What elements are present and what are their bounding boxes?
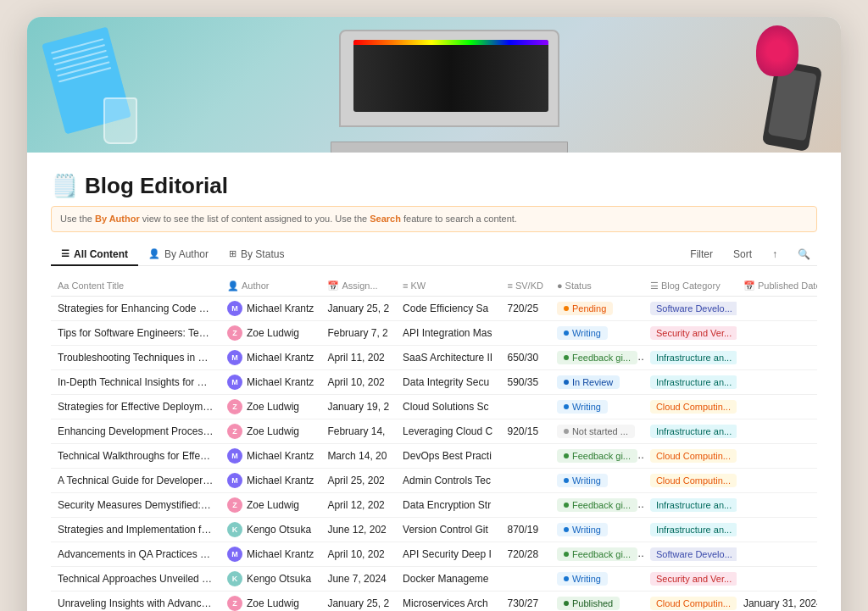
cell-status: In Review	[550, 369, 643, 394]
cell-svkd: 720/28	[500, 542, 549, 566]
category-badge: Cloud Computin...	[650, 449, 737, 463]
cell-title: Tips for Software Engineers: Technical V	[51, 320, 220, 345]
cell-assign: February 7, 2	[320, 320, 396, 345]
search-button[interactable]: 🔍	[791, 246, 817, 263]
avatar: M	[227, 473, 242, 488]
author-name: Zoe Ludwig	[247, 597, 299, 609]
cell-svkd	[500, 492, 549, 517]
cell-assign: June 12, 202	[320, 517, 396, 542]
cell-status: Writing	[550, 394, 643, 419]
table-row[interactable]: Technical Walkthroughs for Effective Sc …	[51, 443, 817, 468]
cell-status: Feedback gi...	[550, 443, 643, 468]
table-row[interactable]: Enhancing Development Processes – CI Z Z…	[51, 419, 817, 443]
tab-all-content-icon: ☰	[61, 248, 70, 259]
table-row[interactable]: Strategies for Enhancing Code Efficienc …	[51, 296, 817, 320]
cell-author: M Michael Krantz	[220, 345, 320, 369]
cell-author: Z Zoe Ludwig	[220, 492, 320, 517]
filter-button[interactable]: Filter	[683, 246, 720, 263]
cell-kw: API Integration Mas	[396, 320, 500, 345]
table-row[interactable]: A Technical Guide for Developers: Micr M…	[51, 468, 817, 492]
avatar: Z	[227, 497, 242, 513]
cell-pub-date	[737, 468, 817, 492]
cell-svkd: 720/25	[500, 296, 549, 320]
table-row[interactable]: Strategies and Implementation for Zero I…	[51, 517, 817, 542]
table-row[interactable]: Security Measures Demystified: Crypto Z …	[51, 492, 817, 517]
cell-category: Infrastructure an...	[643, 419, 737, 443]
cell-category: Cloud Computin...	[643, 591, 737, 611]
avatar: M	[227, 301, 242, 316]
cell-category: Security and Ver...	[643, 320, 737, 345]
category-badge: Cloud Computin...	[650, 597, 737, 610]
cell-status: Feedback gi...	[550, 492, 643, 517]
col-header-assign: 📅Assign...	[320, 276, 396, 297]
cell-kw: DevOps Best Practi	[396, 443, 500, 468]
notice-search: Search	[370, 214, 401, 224]
category-badge: Infrastructure an...	[650, 425, 737, 438]
table-row[interactable]: Unraveling Insights with Advanced Anal Z…	[51, 591, 817, 611]
cell-status: Not started ...	[550, 419, 643, 443]
cell-pub-date	[737, 443, 817, 468]
laptop-decoration	[339, 30, 576, 148]
cell-kw: Microservices Arch	[396, 591, 500, 611]
category-badge: Infrastructure an...	[650, 375, 737, 389]
category-badge: Software Develo...	[650, 547, 737, 561]
cell-author: Z Zoe Ludwig	[220, 394, 320, 419]
cell-status: Published	[550, 591, 643, 611]
cell-kw: Data Encryption Str	[396, 492, 500, 517]
author-name: Kengo Otsuka	[247, 524, 311, 536]
author-name: Zoe Ludwig	[247, 327, 299, 339]
cell-author: M Michael Krantz	[220, 443, 320, 468]
tab-by-status[interactable]: ⊞ By Status	[219, 244, 294, 266]
table-row[interactable]: Troubleshooting Techniques in Monitori M…	[51, 345, 817, 369]
category-badge: Infrastructure an...	[650, 351, 737, 364]
category-badge: Cloud Computin...	[650, 474, 737, 487]
avatar: Z	[227, 399, 242, 414]
table-row[interactable]: In-Depth Technical Insights for Securin …	[51, 369, 817, 394]
status-dot	[564, 601, 569, 606]
status-badge: Writing	[557, 474, 608, 487]
cell-svkd: 590/35	[500, 369, 549, 394]
col-header-pub-date: 📅Published Date	[737, 276, 817, 297]
cell-svkd: 730/27	[500, 591, 549, 611]
cell-author: Z Zoe Ludwig	[220, 591, 320, 611]
title-icon: 🗒️	[51, 173, 78, 199]
table-row[interactable]: Technical Approaches Unveiled in AI Int …	[51, 566, 817, 591]
cell-assign: April 11, 202	[320, 345, 396, 369]
cell-assign: April 12, 202	[320, 492, 396, 517]
cell-svkd	[500, 394, 549, 419]
cell-category: Software Develo...	[643, 296, 737, 320]
cell-title: Technical Approaches Unveiled in AI Int	[51, 566, 220, 591]
cell-author: K Kengo Otsuka	[220, 517, 320, 542]
sort-button[interactable]: Sort	[726, 246, 759, 263]
status-dot	[564, 478, 569, 483]
cell-status: Feedback gi...	[550, 542, 643, 566]
cell-pub-date	[737, 492, 817, 517]
category-badge: Security and Ver...	[650, 326, 737, 340]
cell-category: Infrastructure an...	[643, 345, 737, 369]
avatar: M	[227, 448, 242, 464]
arrow-button[interactable]: ↑	[765, 246, 784, 263]
cell-svkd	[500, 443, 549, 468]
cell-author: M Michael Krantz	[220, 369, 320, 394]
tab-by-author[interactable]: 👤 By Author	[138, 244, 219, 266]
cell-category: Cloud Computin...	[643, 468, 737, 492]
cell-title: Enhancing Development Processes – CI	[51, 419, 220, 443]
avatar: M	[227, 350, 242, 365]
cell-pub-date	[737, 394, 817, 419]
table-row[interactable]: Tips for Software Engineers: Technical V…	[51, 320, 817, 345]
cell-kw: Leveraging Cloud C	[396, 419, 500, 443]
status-badge: Feedback gi...	[557, 449, 637, 463]
tab-all-content[interactable]: ☰ All Content	[51, 244, 138, 266]
avatar: Z	[227, 325, 242, 341]
cell-assign: March 14, 20	[320, 443, 396, 468]
cell-assign: April 10, 202	[320, 542, 396, 566]
author-name: Michael Krantz	[247, 376, 314, 388]
glass-decoration	[103, 97, 137, 144]
status-badge: Feedback gi...	[557, 547, 637, 561]
category-badge: Infrastructure an...	[650, 523, 737, 536]
cell-title: Advancements in QA Practices – Autom	[51, 542, 220, 566]
table-row[interactable]: Strategies for Effective Deployment: Co …	[51, 394, 817, 419]
cell-kw: Data Integrity Secu	[396, 369, 500, 394]
cell-svkd	[500, 320, 549, 345]
table-row[interactable]: Advancements in QA Practices – Autom M M…	[51, 542, 817, 566]
